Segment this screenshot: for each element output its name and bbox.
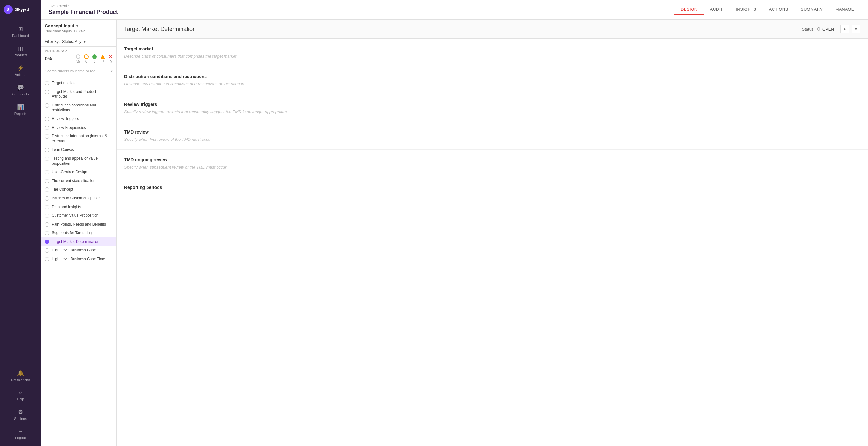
tab-insights[interactable]: INSIGHTS xyxy=(729,4,763,15)
driver-item-high-level-bc[interactable]: High Level Business Case xyxy=(41,246,116,255)
driver-circle-icon xyxy=(45,179,49,183)
driver-circle-icon xyxy=(45,214,49,218)
field-placeholder-tmd-ongoing-review[interactable]: Specify when subsequent review of the TM… xyxy=(124,165,861,169)
driver-item-testing-appeal[interactable]: Testing and appeal of value proposition xyxy=(41,154,116,168)
sidebar-item-products[interactable]: ◫ Products xyxy=(0,41,41,61)
content-area: Concept Input ▾ Published: August 17, 20… xyxy=(41,20,868,446)
error-x-icon: ✕ xyxy=(109,54,113,59)
driver-item-current-state[interactable]: The current state situation xyxy=(41,177,116,186)
concept-selector[interactable]: Concept Input ▾ Published: August 17, 20… xyxy=(41,20,116,37)
driver-label: Review Triggers xyxy=(52,117,79,122)
status-separator: | xyxy=(836,26,838,32)
sidebar-item-help[interactable]: ○ Help xyxy=(0,385,41,405)
header-tabs: DESIGN AUDIT INSIGHTS ACTIONS SUMMARY MA… xyxy=(675,4,861,15)
sidebar-item-dashboard[interactable]: ⊞ Dashboard xyxy=(0,22,41,41)
driver-item-high-level-bc-time[interactable]: High Level Business Case Time xyxy=(41,255,116,264)
left-panel: Concept Input ▾ Published: August 17, 20… xyxy=(41,20,117,446)
driver-circle-icon xyxy=(45,240,49,244)
tab-design[interactable]: DESIGN xyxy=(675,4,704,15)
driver-label: Customer Value Proposition xyxy=(52,213,99,218)
sidebar-label-comments: Comments xyxy=(12,92,29,96)
sidebar-item-logout[interactable]: → Logout xyxy=(0,424,41,444)
field-section-reporting-periods: Reporting periods xyxy=(117,177,868,200)
tab-actions[interactable]: ACTIONS xyxy=(763,4,795,15)
settings-icon: ⚙ xyxy=(18,409,23,415)
concept-dropdown[interactable]: Concept Input ▾ xyxy=(45,23,113,28)
driver-label: Lean Canvas xyxy=(52,148,74,153)
drivers-list-container: Target marketTarget Market and Product A… xyxy=(41,76,116,446)
driver-item-review-frequencies[interactable]: Review Frequencies xyxy=(41,124,116,132)
driver-item-pain-points[interactable]: Pain Points, Needs and Benefits xyxy=(41,220,116,229)
filter-bar: Filter By: Status: Any ▾ xyxy=(41,37,116,46)
driver-label: Testing and appeal of value proposition xyxy=(52,156,113,166)
field-placeholder-review-triggers[interactable]: Specify review triggers (events that rea… xyxy=(124,109,861,114)
field-placeholder-distribution-conditions[interactable]: Describe any distribution conditions and… xyxy=(124,82,861,86)
chevron-down-icon: ▾ xyxy=(76,24,78,28)
app-logo[interactable]: S Skyjed xyxy=(0,0,41,19)
sidebar-label-settings: Settings xyxy=(14,417,27,420)
reports-icon: 📊 xyxy=(17,104,24,110)
field-section-distribution-conditions: Distribution conditions and restrictions… xyxy=(117,66,868,94)
driver-item-review-triggers[interactable]: Review Triggers xyxy=(41,115,116,124)
sidebar-item-settings[interactable]: ⚙ Settings xyxy=(0,405,41,424)
status-circle-icon xyxy=(817,27,820,31)
sidebar-item-actions[interactable]: ⚡ Actions xyxy=(0,61,41,80)
progress-section: PROGRESS: 0% 35 0 ✓ xyxy=(41,46,116,66)
actions-icon: ⚡ xyxy=(17,65,24,71)
concept-date: Published: August 17, 2021 xyxy=(45,29,113,33)
driver-circle-icon xyxy=(45,257,49,261)
status-open: OPEN xyxy=(817,27,834,32)
progress-grey-count: 35 xyxy=(76,55,81,63)
products-icon: ◫ xyxy=(18,45,23,52)
field-label-tmd-ongoing-review: TMD ongoing review xyxy=(124,157,861,162)
field-placeholder-target-market[interactable]: Describe class of consumers that compris… xyxy=(124,54,861,59)
driver-item-the-concept[interactable]: The Concept xyxy=(41,185,116,194)
driver-label: Target market xyxy=(52,81,75,86)
sidebar-label-dashboard: Dashboard xyxy=(12,34,29,37)
driver-item-target-market[interactable]: Target market xyxy=(41,79,116,88)
driver-item-lean-canvas[interactable]: Lean Canvas xyxy=(41,146,116,154)
section-title: Target Market Determination xyxy=(124,26,196,32)
field-placeholder-tmd-review[interactable]: Specify when first review of the TMD mus… xyxy=(124,137,861,142)
driver-item-barriers[interactable]: Barriers to Customer Uptake xyxy=(41,194,116,203)
sidebar-item-notifications[interactable]: 🔔 Notifications xyxy=(0,366,41,385)
sidebar-item-comments[interactable]: 💬 Comments xyxy=(0,80,41,100)
tab-summary[interactable]: SUMMARY xyxy=(795,4,829,15)
tab-manage[interactable]: MANAGE xyxy=(829,4,861,15)
progress-label: PROGRESS: xyxy=(45,49,113,53)
driver-item-target-market-attributes[interactable]: Target Market and Product Attributes xyxy=(41,88,116,101)
sidebar-label-notifications: Notifications xyxy=(11,378,30,382)
status-label: Status: xyxy=(802,27,815,32)
driver-label: The current state situation xyxy=(52,179,95,184)
driver-label: Target Market and Product Attributes xyxy=(52,90,113,99)
driver-item-distribution-conditions[interactable]: Distribution conditions and restrictions xyxy=(41,101,116,115)
tab-audit[interactable]: AUDIT xyxy=(704,4,730,15)
driver-circle-icon xyxy=(45,205,49,210)
driver-item-user-centred[interactable]: User-Centred Design xyxy=(41,168,116,177)
sidebar-item-reports[interactable]: 📊 Reports xyxy=(0,100,41,119)
driver-circle-icon xyxy=(45,126,49,130)
driver-label: Distributor Information (internal & exte… xyxy=(52,134,113,144)
sidebar-bottom: 🔔 Notifications ○ Help ⚙ Settings → Logo… xyxy=(0,363,41,446)
driver-item-data-insights[interactable]: Data and Insights xyxy=(41,203,116,212)
notifications-icon: 🔔 xyxy=(17,370,24,377)
status-collapse-button[interactable]: ▲ xyxy=(840,25,849,33)
sidebar-label-logout: Logout xyxy=(15,436,26,440)
filter-status[interactable]: Status: Any xyxy=(62,39,81,44)
search-input[interactable] xyxy=(45,69,111,73)
driver-item-distributor-info[interactable]: Distributor Information (internal & exte… xyxy=(41,132,116,146)
field-section-review-triggers: Review triggersSpecify review triggers (… xyxy=(117,94,868,122)
driver-item-target-market-det[interactable]: Target Market Determination xyxy=(41,237,116,246)
logo-icon: S xyxy=(4,5,12,14)
progress-green-count: ✓ 0 xyxy=(92,55,97,63)
driver-item-customer-value[interactable]: Customer Value Proposition xyxy=(41,211,116,220)
driver-circle-icon xyxy=(45,231,49,235)
driver-item-segments[interactable]: Segments for Targetting xyxy=(41,229,116,237)
search-dropdown-icon: ▾ xyxy=(111,69,113,73)
help-icon: ○ xyxy=(19,389,22,396)
field-section-target-market: Target marketDescribe class of consumers… xyxy=(117,39,868,66)
driver-label: High Level Business Case xyxy=(52,248,96,253)
driver-circle-icon xyxy=(45,117,49,121)
driver-label: Review Frequencies xyxy=(52,125,86,130)
status-expand-button[interactable]: ▼ xyxy=(851,25,861,33)
